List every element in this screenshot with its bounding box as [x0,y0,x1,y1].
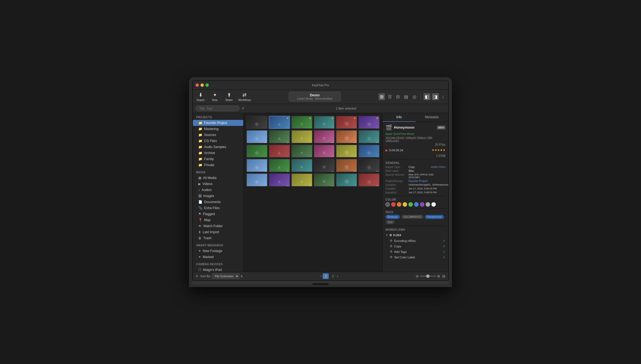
media-thumb[interactable]: ◉🖼aroni-738305_640 [358,159,380,172]
color-yellow[interactable] [403,202,407,207]
sidebar-item-media-8[interactable]: 👁Watch Folder [193,223,243,229]
sidebar-item-project-2[interactable]: 📁Sources [193,132,243,138]
refresh-button[interactable]: ↺ [242,106,244,110]
color-gray[interactable] [426,202,430,207]
media-thumb[interactable]: ⬟🖼beach-camera-holi... [336,159,357,172]
media-thumb[interactable]: ■🖼photo-1423483641... [314,173,335,187]
media-thumb[interactable]: ⬟🖼picjumbo.com_IM... [336,130,357,143]
media-thumb[interactable]: ◆▶HEVC 4K sample [246,116,268,129]
color-white[interactable] [431,202,436,207]
workflow-group-header[interactable]: ▼ ⚙ H.264 [385,233,445,237]
workflows-button[interactable]: ⇄ Workflows [238,92,251,102]
sidebar-item-project-1[interactable]: 📁Mastering [193,126,243,132]
media-thumb[interactable]: ▲🖼music-music-playe... [269,145,290,158]
grid-view-button[interactable]: ⊞ [379,93,385,100]
add-button[interactable]: + [196,274,198,279]
sort-dropdown[interactable]: File Extension [212,273,239,279]
list-view-button[interactable]: ☰ [387,93,393,100]
sidebar-item-media-10[interactable]: 🗑Trash [193,235,243,241]
sidebar-item-media-5[interactable]: 📎Extra Files [193,205,243,211]
panel-right-button[interactable]: ◨ [432,93,439,100]
media-thumb[interactable]: ◉🖼photo-1418949929... [358,173,380,187]
sidebar-item-project-7[interactable]: 📁Private [193,162,243,168]
media-thumb[interactable]: ◉🖼picjumbo.com_IM... [358,130,380,143]
next-page-button[interactable]: › [337,274,338,278]
minimize-button[interactable] [201,83,204,87]
sidebar-item-media-4[interactable]: 📄Documents [193,199,243,205]
zoom-in-button[interactable]: ⊞ [437,274,440,278]
media-thumb[interactable]: ◉🖼eraser_love_hires [358,145,380,158]
media-thumb[interactable]: ■🖼hands-heart-love-... [314,145,335,158]
media-thumb[interactable]: ▲🖼public-domain-ima... [269,173,290,187]
tag[interactable]: Honeymoon [425,215,444,219]
tab-info[interactable]: Info [383,113,416,122]
sidebar-item-media-1[interactable]: ▶Videos [193,181,243,187]
media-thumb[interactable]: ⬟▶photo-1419064642... [336,173,357,187]
star-rating[interactable]: ★★★★★ [432,148,445,152]
maximize-button[interactable] [205,83,209,87]
sidebar-item-media-6[interactable]: ⚑Flagged [193,211,243,217]
library-selector[interactable]: Demo Local Library · Demo.keyflow [289,92,341,102]
map-view-button[interactable]: ◎ [411,93,418,100]
media-thumb[interactable]: ◆🖼picjumbo.com_led... [246,130,268,143]
prev-page-button[interactable]: ‹ [321,274,322,278]
media-thumb[interactable]: ▲🖼picjumbo.com_IM... [269,130,290,143]
detail-view-button[interactable]: ⊟ [395,93,401,100]
color-green[interactable] [408,202,413,207]
sort-order-button[interactable]: ↓ [440,93,445,100]
media-thumb[interactable]: ●🖼photo-1423766111... [291,173,313,187]
page-2-button[interactable]: 2 [330,273,336,279]
panel-left-button[interactable]: ◧ [423,93,430,100]
workflow-item-1[interactable]: ⚙ Copy ✓ [385,244,445,249]
close-button[interactable] [196,83,199,87]
media-thumb[interactable]: ⬟▶⚑public-domain-ima... [336,116,357,129]
media-thumb[interactable]: ◆▶OnRKhvIFQ2uJNS... [246,145,268,158]
tag[interactable]: XDCAMHD422 [401,215,424,219]
zoom-out-button[interactable]: ⊟ [416,274,419,278]
sidebar-item-project-6[interactable]: 📁Family [193,156,243,162]
sidebar-item-smart-0[interactable]: ✦New Footage [193,248,243,254]
color-red[interactable] [391,202,396,207]
search-input[interactable] [196,106,239,111]
new-button[interactable]: ✦ New [210,92,220,102]
media-thumb[interactable]: ■🖼⚑public-domain-ima... [314,116,335,129]
media-thumb[interactable]: ◆▶aroni-738302_640 [246,173,268,187]
color-orange[interactable] [397,202,401,207]
zoom-slider[interactable] [420,276,436,277]
sidebar-item-project-4[interactable]: 📁Audio Samples [193,144,243,150]
media-thumb[interactable]: ⬟▶flowers_hires [336,145,357,158]
sidebar-item-camera-0[interactable]: ☐Maign's iPad [193,267,243,272]
color-blue[interactable] [414,202,419,207]
sidebar-item-media-0[interactable]: ▦All Media [193,175,243,181]
sidebar-item-project-5[interactable]: 📁Archive [193,150,243,156]
workflow-item-2[interactable]: ⚙ Add Tags ✓ [385,249,445,255]
column-view-button[interactable]: ▤ [403,93,410,100]
import-button[interactable]: ⬇ Import [196,92,205,102]
color-none[interactable] [385,202,390,207]
media-thumb[interactable]: ▲🖼daley-712892_1280 [269,159,290,172]
workflow-item-0[interactable]: ⚙ Encoding HiRes ✓ [385,238,445,244]
media-thumb[interactable]: ■🖼105H [314,159,335,172]
tab-metadata[interactable]: Metadata [416,113,448,122]
share-button[interactable]: ⬆ Share [224,92,234,102]
color-purple[interactable] [420,202,424,207]
sidebar-item-project-0[interactable]: 📁Favorite Project [193,120,243,126]
media-thumb[interactable]: ●🖼horse-chestnut-tre... [291,145,313,158]
media-thumb[interactable]: ■🖼picjumbo.com_IM... [314,130,335,143]
media-thumb[interactable]: ●🖼⚑RONyPwknRQOO3... [291,116,313,129]
sidebar-item-media-7[interactable]: 📍Map [193,217,243,223]
workflow-item-3[interactable]: ⚙ Set Color Label ✓ [385,255,445,260]
tag[interactable]: Sea [385,220,395,224]
sidebar-item-media-3[interactable]: 🖼Images [193,193,243,199]
media-thumb[interactable]: ◆🖼dolls_free_photo-6... [246,159,268,172]
page-1-button[interactable]: 1 [323,273,329,279]
media-thumb[interactable]: ◉🖼⚑public-domain-ima... [358,116,380,129]
tag[interactable]: Boracay [385,215,400,219]
sidebar-item-smart-1[interactable]: ✦Marked [193,254,243,260]
sidebar-item-media-2[interactable]: ♪Audios [193,187,243,193]
panel-toggle-button[interactable]: ⊟ [442,274,445,278]
sidebar-item-project-3[interactable]: 📁CG Files [193,138,243,144]
media-thumb[interactable]: ●▶picjumbo.com_IM... [291,130,313,143]
sidebar-item-media-9[interactable]: ⬇Last Import [193,229,243,235]
media-thumb[interactable]: ●▶beach-girl-holiday-... [291,159,313,172]
